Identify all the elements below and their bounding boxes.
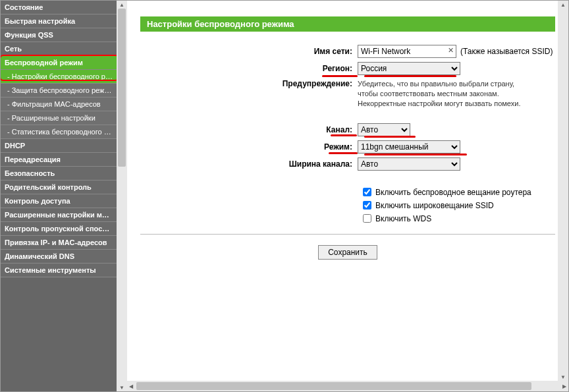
label-channel: Канал: [140,125,358,134]
region-select[interactable]: Россия [358,62,460,75]
divider [140,234,555,235]
scroll-right-icon[interactable]: ▶ [560,381,568,391]
checkbox-ssid-broadcast[interactable] [363,201,371,210]
nav-wireless[interactable]: Беспроводной режим [1,56,117,70]
ssid-hint: (Также называется SSID) [460,47,553,56]
label-warning: Предупреждение: [140,79,358,88]
annotation-underline-mode-value [364,154,467,155]
page-title: Настройки беспроводного режима [140,16,555,32]
warning-text: Убедитесь, что вы правильно выбрали стра… [358,79,520,109]
content-scrollbar-horizontal[interactable]: ◀ ▶ [127,381,568,391]
nav-qss[interactable]: Функция QSS [1,28,117,42]
scroll-left-icon[interactable]: ◀ [127,381,135,391]
nav-forwarding[interactable]: Переадресация [1,153,117,167]
label-region: Регион: [140,64,358,73]
checkbox-wds[interactable] [363,214,371,223]
scroll-down-icon[interactable]: ▼ [558,373,568,381]
checkbox-enable-radio[interactable] [363,188,371,196]
sidebar-container: Состояние Быстрая настройка Функция QSS … [1,1,127,391]
ssid-input[interactable] [358,45,456,58]
nav-access-control[interactable]: Контроль доступа [1,194,117,208]
channel-width-select[interactable]: Авто [358,157,460,171]
sidebar-nav: Состояние Быстрая настройка Функция QSS … [1,1,117,391]
nav-mac-filtering[interactable]: - Фильтрация MAC-адресов [1,98,117,111]
nav-ip-mac-binding[interactable]: Привязка IP- и MAC-адресов [1,236,117,250]
nav-wireless-stats[interactable]: - Статистика беспроводного режима [1,125,117,139]
scroll-up-icon[interactable]: ▲ [558,1,568,9]
nav-wireless-settings[interactable]: - Настройки беспроводного режима [1,70,117,84]
channel-select[interactable]: Авто [358,123,410,136]
checkbox-wds-label: Включить WDS [375,214,431,223]
nav-security[interactable]: Безопасность [1,167,117,181]
label-ssid: Имя сети: [140,47,358,56]
sidebar-scrollbar[interactable]: ▲ ▼ [117,1,127,391]
annotation-underline-channel-value [364,136,416,138]
scroll-up-icon[interactable]: ▲ [117,1,127,9]
nav-parental[interactable]: Родительский контроль [1,181,117,194]
checkbox-ssid-broadcast-label: Включить широковещание SSID [375,201,494,210]
nav-bandwidth[interactable]: Контроль пропускной способности [1,222,117,236]
annotation-underline-channel [331,134,357,136]
label-channel-width: Ширина канала: [140,159,358,169]
save-button[interactable]: Сохранить [318,245,377,260]
nav-status[interactable]: Состояние [1,1,117,14]
clear-icon[interactable]: ✕ [448,46,454,55]
annotation-underline-region [322,75,358,77]
nav-quick-setup[interactable]: Быстрая настройка [1,14,117,28]
nav-dhcp[interactable]: DHCP [1,139,117,153]
nav-routing[interactable]: Расширенные настройки маршрутизац [1,208,117,222]
annotation-underline-region-value [364,75,456,77]
nav-network[interactable]: Сеть [1,42,117,56]
nav-wireless-security[interactable]: - Защита беспроводного режима [1,84,117,98]
label-mode: Режим: [140,142,358,152]
nav-ddns[interactable]: Динамический DNS [1,250,117,264]
nav-wireless-advanced[interactable]: - Расширенные настройки [1,111,117,125]
content-container: Настройки беспроводного режима Имя сети:… [127,1,568,391]
annotation-underline-mode [329,152,358,154]
app-window: Состояние Быстрая настройка Функция QSS … [0,0,569,392]
scroll-thumb-h[interactable] [136,382,531,390]
scroll-thumb[interactable] [118,9,126,167]
checkbox-enable-radio-label: Включить беспроводное вещание роутера [375,188,531,197]
nav-system-tools[interactable]: Системные инструменты [1,264,117,277]
content-area: Настройки беспроводного режима Имя сети:… [127,1,568,391]
mode-select[interactable]: 11bgn смешанный [358,140,460,154]
scroll-down-icon[interactable]: ▼ [117,383,127,391]
content-scrollbar-vertical[interactable]: ▲ ▼ [558,1,568,381]
